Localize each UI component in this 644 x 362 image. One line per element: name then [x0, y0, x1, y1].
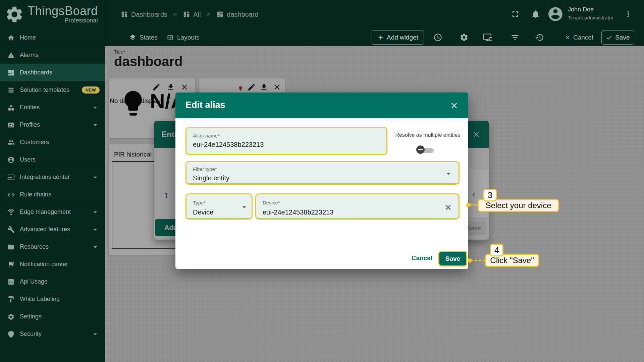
sidebar-item-integrations-center[interactable]: Integrations center: [0, 168, 105, 186]
close-icon[interactable]: [449, 101, 459, 110]
warning-icon: [7, 52, 15, 59]
states-tab[interactable]: States: [129, 29, 158, 46]
alias-name-field[interactable]: Alias name* eui-24e124538b223213: [185, 127, 387, 155]
filter-type-select[interactable]: Filter type* Single entity: [185, 161, 460, 185]
sidebar-item-notification-center[interactable]: Notification center: [0, 255, 105, 273]
resolve-multiple-toggle[interactable]: [416, 144, 435, 155]
sidebar-item-rule-chains[interactable]: Rule chains: [0, 186, 105, 203]
edit-alias-header: Edit alias: [175, 93, 468, 118]
sidebar-item-security[interactable]: Security: [0, 325, 105, 343]
toggle-thumb: [416, 145, 425, 154]
version-history-icon[interactable]: [535, 33, 544, 42]
sidebar-item-label: Security: [20, 330, 86, 338]
layouts-label: Layouts: [177, 34, 200, 41]
alias-name-label: Alias name*: [193, 133, 220, 138]
sidebar-item-edge-management[interactable]: Edge management: [0, 203, 105, 221]
chevron-down-icon: [91, 173, 100, 182]
fullscreen-icon[interactable]: [511, 9, 520, 19]
brand-edition: Professional: [65, 17, 98, 24]
sidebar-item-home[interactable]: Home: [0, 29, 105, 46]
sidebar-menu: HomeAlarmsDashboardsSolution templatesNE…: [0, 29, 105, 343]
sidebar-item-label: Api Usage: [20, 278, 100, 285]
dashboard-icon: [183, 11, 190, 18]
breadcrumb: Dashboards>All>dashboard: [121, 0, 259, 29]
chevron-down-icon: [91, 225, 100, 234]
avatar[interactable]: [547, 6, 564, 22]
sidebar-item-api-usage[interactable]: Api Usage: [0, 273, 105, 290]
entity-aliases-icon[interactable]: [483, 33, 492, 42]
breadcrumb-item-dashboards[interactable]: Dashboards: [121, 11, 167, 18]
sidebar-item-label: Settings: [20, 313, 100, 320]
layouts-icon: [167, 34, 174, 41]
notifications-bell-icon[interactable]: [531, 9, 540, 19]
add-widget-button[interactable]: Add widget: [372, 30, 424, 45]
dashboard-icon: [121, 11, 128, 18]
chevron-down-icon: [91, 103, 100, 112]
sidebar-item-advanced-features[interactable]: Advanced features: [0, 221, 105, 238]
sidebar-item-label: Dashboards: [20, 69, 100, 76]
sidebar-item-label: Home: [20, 34, 100, 41]
sidebar-item-customers[interactable]: Customers: [0, 133, 105, 151]
layouts-tab[interactable]: Layouts: [167, 29, 200, 46]
modal-cancel-button[interactable]: Cancel: [407, 251, 437, 265]
sidebar-item-resources[interactable]: Resources: [0, 238, 105, 255]
dashboard-settings-icon[interactable]: [460, 33, 469, 42]
sidebar-item-label: Alarms: [20, 52, 100, 59]
sidebar-item-label: Resources: [20, 243, 86, 250]
sidebar-item-users[interactable]: Users: [0, 151, 105, 168]
sidebar-item-solution-templates[interactable]: Solution templatesNEW: [0, 81, 105, 99]
logo[interactable]: ThingsBoard Professional: [0, 0, 105, 29]
sidebar-item-label: White Labeling: [20, 296, 100, 303]
sidebar-item-entities[interactable]: Entities: [0, 99, 105, 116]
dashboard-icon: [7, 69, 15, 76]
device-label: Device*: [263, 200, 280, 205]
clear-device-icon[interactable]: [444, 203, 452, 212]
chart-icon: [7, 278, 15, 286]
close-icon: [565, 35, 571, 41]
filters-icon[interactable]: [511, 33, 520, 42]
states-label: States: [140, 34, 158, 41]
breadcrumb-label: Dashboards: [131, 11, 167, 18]
cancel-edit-button[interactable]: Cancel: [565, 29, 593, 46]
dashboard-toolbar: States Layouts Add widget Cancel Save: [105, 29, 644, 46]
step-3-badge: 3: [483, 189, 497, 201]
modal-save-button[interactable]: Save: [438, 251, 467, 266]
save-dashboard-button[interactable]: Save: [601, 30, 634, 45]
sidebar: ThingsBoard Professional HomeAlarmsDashb…: [0, 0, 105, 362]
account-icon: [7, 156, 15, 164]
sidebar-item-dashboards[interactable]: Dashboards: [0, 64, 105, 81]
dashboard-icon: [216, 11, 224, 18]
brand-name: ThingsBoard: [28, 5, 98, 17]
time-window-icon[interactable]: [433, 33, 442, 42]
sidebar-item-alarms[interactable]: Alarms: [0, 46, 105, 64]
device-value: eui-24e124538b223213: [263, 208, 333, 216]
sidebar-item-settings[interactable]: Settings: [0, 308, 105, 325]
breadcrumb-separator: >: [206, 11, 212, 18]
sidebar-item-label: Edge management: [20, 208, 86, 216]
plus-icon: [377, 34, 384, 41]
breadcrumb-item-dashboard[interactable]: dashboard: [216, 11, 259, 18]
entity-type-value: Device: [193, 208, 213, 216]
edit-alias-modal: Edit alias Alias name* eui-24e124538b223…: [175, 93, 468, 269]
states-layers-icon: [129, 34, 136, 41]
sidebar-item-label: Integrations center: [20, 174, 86, 181]
thingsboard-app: ThingsBoard Professional HomeAlarmsDashb…: [0, 0, 644, 362]
sidebar-item-label: Users: [20, 156, 100, 163]
category-icon: [7, 104, 15, 111]
toolbar-divider: [555, 33, 555, 42]
device-field[interactable]: Device* eui-24e124538b223213: [255, 193, 460, 220]
sidebar-item-label: Entities: [20, 104, 86, 111]
sidebar-item-white-labeling[interactable]: White Labeling: [0, 290, 105, 308]
breadcrumb-item-all[interactable]: All: [183, 11, 201, 18]
build-icon: [7, 226, 15, 233]
sidebar-item-label: Advanced features: [20, 226, 86, 233]
more-menu-icon[interactable]: [624, 9, 633, 19]
filter-type-value: Single entity: [193, 174, 229, 182]
sidebar-item-label: Solution templates: [20, 86, 77, 94]
sidebar-item-label: Customers: [20, 139, 100, 146]
entity-type-select[interactable]: Type* Device: [185, 193, 253, 220]
sidebar-item-profiles[interactable]: Profiles: [0, 116, 105, 133]
apps-icon: [7, 86, 15, 94]
breadcrumb-label: All: [193, 11, 201, 18]
paint-icon: [7, 296, 15, 303]
